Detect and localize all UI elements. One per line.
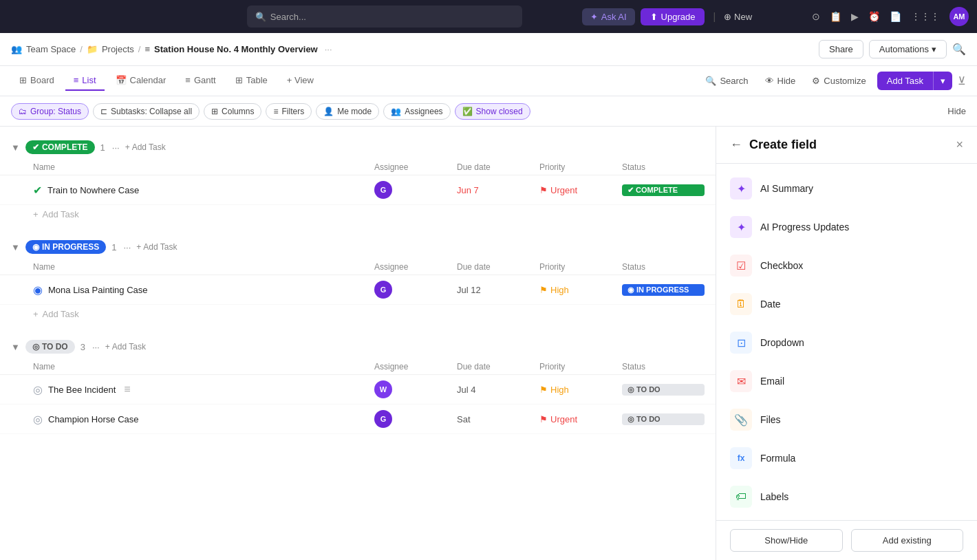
circle-icon-inprogress: ◉ [32, 242, 39, 252]
clipboard-icon[interactable]: 📄 [890, 11, 901, 22]
document-icon[interactable]: 📋 [830, 11, 841, 22]
create-field-panel: ← Create field × ✦ AI Summary ✦ AI Progr… [716, 127, 977, 560]
task-due-inprogress-1: Jul 12 [457, 285, 539, 295]
field-item-checkbox[interactable]: ☑ Checkbox [716, 246, 977, 285]
upgrade-icon: ⬆ [650, 12, 658, 22]
section-header-complete: ▼ ✔ COMPLETE 1 ··· + Add Task [0, 135, 716, 160]
new-button[interactable]: ⊕ New [724, 12, 752, 22]
circle-icon-todo: ◎ [32, 342, 39, 352]
table-header-inprogress: Name Assignee Due date Priority Status [0, 259, 716, 275]
view-tabs: ⊞ Board ≡ List 📅 Calendar ≡ Gantt ⊞ Tabl… [0, 66, 977, 96]
section-header-todo: ▼ ◎ TO DO 3 ··· + Add Task [0, 334, 716, 359]
section-chevron-complete[interactable]: ▼ [11, 142, 20, 153]
show-closed-filter[interactable]: ✅ Show closed [455, 103, 530, 120]
add-task-chevron[interactable]: ▾ [933, 72, 952, 90]
search-tab-button[interactable]: 🔍 Search [700, 73, 753, 89]
field-list: ✦ AI Summary ✦ AI Progress Updates ☑ Che… [716, 164, 977, 520]
filter-icon: ≡ [273, 107, 278, 116]
plus-icon-todo: + [105, 342, 110, 352]
add-task-section-inprogress[interactable]: + Add Task [136, 242, 177, 252]
field-item-email[interactable]: ✉ Email [716, 362, 977, 400]
add-task-section-todo[interactable]: + Add Task [105, 342, 146, 352]
files-icon: 📎 [730, 409, 752, 431]
tab-list[interactable]: ≡ List [65, 71, 105, 91]
search-tab-icon: 🔍 [705, 76, 716, 86]
dropdown-icon: ⊡ [730, 332, 752, 354]
global-search-bar[interactable]: 🔍 Search... [247, 6, 522, 28]
circle-todo-sm-icon-2: ◎ [627, 415, 634, 424]
check-circle-icon[interactable]: ⊙ [812, 11, 820, 22]
tab-calendar[interactable]: 📅 Calendar [107, 71, 175, 91]
panel-back-button[interactable]: ← [730, 138, 742, 152]
section-chevron-inprogress[interactable]: ▼ [11, 242, 20, 252]
user-avatar[interactable]: AM [949, 7, 969, 26]
tab-table[interactable]: ⊞ Table [227, 71, 276, 91]
flag-icon-urgent: ⚑ [539, 185, 548, 195]
field-item-formula[interactable]: fx Formula [716, 439, 977, 477]
me-mode-filter[interactable]: 👤 Me mode [316, 103, 379, 120]
section-dots-complete[interactable]: ··· [112, 142, 120, 153]
field-item-files[interactable]: 📎 Files [716, 400, 977, 439]
add-task-row-complete[interactable]: + Add Task [0, 205, 716, 224]
task-name-todo-1: ◎ The Bee Incident ≡ [33, 383, 374, 396]
tab-board[interactable]: ⊞ Board [11, 71, 63, 91]
ask-ai-button[interactable]: ✦ Ask AI [582, 8, 635, 25]
task-name-complete-1: ✔ Train to Nowhere Case [33, 184, 374, 197]
search-breadcrumb-icon[interactable]: 🔍 [952, 43, 966, 56]
columns-filter[interactable]: ⊞ Columns [204, 103, 261, 120]
task-assignee-todo-1: W [374, 380, 457, 398]
add-task-section-complete[interactable]: + Add Task [125, 142, 166, 152]
task-priority-complete-1: ⚑ Urgent [539, 185, 622, 195]
check-circle-filter-icon: ✅ [462, 107, 473, 116]
video-icon[interactable]: ▶ [851, 11, 859, 22]
assignees-filter[interactable]: 👥 Assignees [383, 103, 450, 120]
flag-icon-high-1: ⚑ [539, 385, 548, 395]
subtasks-filter[interactable]: ⊏ Subtasks: Collapse all [93, 103, 200, 120]
layers-icon: 🗂 [19, 107, 27, 116]
labels-icon: 🏷 [730, 486, 752, 508]
sep1: / [80, 44, 83, 54]
table-row[interactable]: ◎ The Bee Incident ≡ W Jul 4 ⚑ High ◎ TO… [0, 375, 716, 405]
field-item-labels[interactable]: 🏷 Labels [716, 477, 977, 516]
hide-filter-label[interactable]: Hide [947, 106, 966, 116]
customize-button[interactable]: ⚙ Customize [806, 73, 871, 89]
add-task-row-inprogress[interactable]: + Add Task [0, 305, 716, 323]
task-list: ▼ ✔ COMPLETE 1 ··· + Add Task Name Assig… [0, 127, 716, 560]
panel-close-button[interactable]: × [956, 138, 963, 152]
grid-icon[interactable]: ⋮⋮⋮ [911, 11, 940, 22]
table-header-todo: Name Assignee Due date Priority Status [0, 359, 716, 375]
table-row[interactable]: ◉ Mona Lisa Painting Case G Jul 12 ⚑ Hig… [0, 275, 716, 305]
table-row[interactable]: ◎ Champion Horse Case G Sat ⚑ Urgent ◎ T… [0, 405, 716, 434]
add-existing-button[interactable]: Add existing [851, 529, 964, 552]
task-assignee-inprogress-1: G [374, 281, 457, 299]
task-priority-todo-1: ⚑ High [539, 385, 622, 395]
field-item-ai-summary[interactable]: ✦ AI Summary [716, 169, 977, 208]
task-status-todo-2: ◎ TO DO [622, 413, 705, 425]
avatar: G [374, 281, 392, 299]
projects-link[interactable]: Projects [102, 44, 134, 54]
team-space-link[interactable]: Team Space [26, 44, 76, 54]
upgrade-button[interactable]: ⬆ Upgrade [641, 8, 705, 25]
section-dots-todo[interactable]: ··· [92, 342, 100, 352]
section-chevron-todo[interactable]: ▼ [11, 342, 20, 352]
more-icon[interactable]: ··· [325, 44, 332, 54]
show-hide-button[interactable]: Show/Hide [730, 529, 843, 552]
tab-add-view[interactable]: + View [279, 71, 322, 91]
expand-button[interactable]: ⊻ [958, 74, 966, 87]
group-status-filter[interactable]: 🗂 Group: Status [11, 103, 89, 120]
check-icon-complete: ✔ [32, 142, 39, 152]
filters-filter[interactable]: ≡ Filters [266, 103, 312, 120]
alarm-icon[interactable]: ⏰ [868, 11, 880, 22]
table-row[interactable]: ✔ Train to Nowhere Case G Jun 7 ⚑ Urgent… [0, 175, 716, 205]
hide-button[interactable]: 👁 Hide [760, 73, 802, 89]
automations-button[interactable]: Automations ▾ [869, 40, 947, 58]
field-item-ai-progress[interactable]: ✦ AI Progress Updates [716, 208, 977, 246]
add-task-button[interactable]: Add Task [877, 72, 933, 90]
filter-bar: 🗂 Group: Status ⊏ Subtasks: Collapse all… [0, 96, 977, 127]
share-button[interactable]: Share [819, 40, 863, 58]
plus-circle-icon: ⊕ [724, 12, 731, 22]
section-dots-inprogress[interactable]: ··· [123, 242, 131, 252]
field-item-dropdown[interactable]: ⊡ Dropdown [716, 323, 977, 362]
field-item-date[interactable]: 🗓 Date [716, 285, 977, 323]
tab-gantt[interactable]: ≡ Gantt [177, 71, 224, 91]
